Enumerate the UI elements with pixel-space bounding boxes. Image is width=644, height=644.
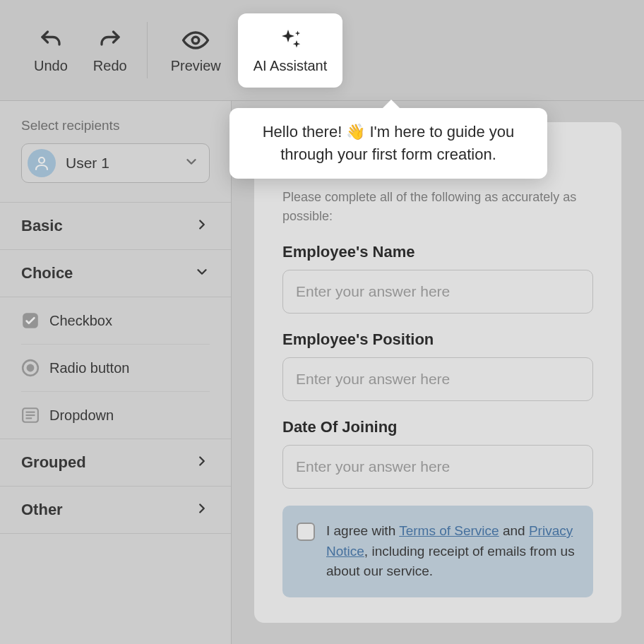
redo-icon [95, 27, 126, 54]
choice-checkbox-label: Checkbox [49, 313, 112, 329]
field-employee-name: Employee's Name [282, 243, 593, 314]
undo-button[interactable]: Undo [21, 0, 80, 100]
field-name-input[interactable] [282, 270, 593, 314]
field-date-joining: Date Of Joining [282, 418, 593, 489]
accordion-basic-title: Basic [21, 217, 63, 235]
user-avatar-icon [28, 149, 56, 177]
dropdown-icon [21, 406, 40, 424]
terms-link[interactable]: Terms of Service [399, 523, 499, 538]
ai-assistant-button[interactable]: AI Assistant [238, 13, 343, 88]
field-position-input[interactable] [282, 357, 593, 401]
ai-tooltip: Hello there! 👋 I'm here to guide you thr… [229, 108, 547, 179]
consent-text: I agree with Terms of Service and Privac… [326, 521, 579, 582]
preview-label: Preview [171, 58, 221, 74]
choice-radio-label: Radio button [49, 360, 129, 376]
field-date-input[interactable] [282, 445, 593, 489]
accordion-other[interactable]: Other [0, 486, 231, 534]
form-canvas: Onboarding Please complete all of the fo… [232, 101, 644, 644]
choice-checkbox-item[interactable]: Checkbox [21, 297, 210, 345]
consent-checkbox[interactable] [297, 523, 315, 541]
selected-user: User 1 [66, 155, 184, 172]
svg-point-1 [39, 157, 44, 163]
choice-dropdown-item[interactable]: Dropdown [21, 392, 210, 439]
radio-icon [21, 359, 40, 377]
recipients-section: Select recipients User 1 [0, 101, 231, 203]
field-position-label: Employee's Position [282, 330, 593, 349]
chevron-right-icon [194, 453, 210, 472]
redo-button[interactable]: Redo [80, 0, 140, 100]
accordion-choice[interactable]: Choice [0, 249, 231, 297]
svg-point-0 [192, 37, 199, 44]
recipients-label: Select recipients [21, 118, 210, 133]
chevron-down-icon [194, 264, 210, 282]
svg-point-4 [27, 364, 35, 372]
accordion-grouped[interactable]: Grouped [0, 439, 231, 487]
undo-label: Undo [34, 58, 68, 74]
form-subtitle: Please complete all of the following as … [282, 188, 593, 226]
top-toolbar: Undo Redo Preview AI Assistant [0, 0, 644, 101]
form-card: Onboarding Please complete all of the fo… [254, 122, 621, 623]
accordion-other-title: Other [21, 501, 63, 519]
choice-dropdown-label: Dropdown [49, 407, 114, 424]
checkbox-icon [21, 311, 40, 330]
ai-assistant-label: AI Assistant [254, 58, 328, 74]
choice-items-list: Checkbox Radio button Dropdown [0, 297, 231, 439]
undo-icon [35, 27, 66, 54]
field-employee-position: Employee's Position [282, 330, 593, 401]
chevron-down-icon [184, 154, 199, 172]
field-date-label: Date Of Joining [282, 418, 593, 436]
accordion-basic[interactable]: Basic [0, 202, 231, 250]
wave-emoji: 👋 [346, 123, 365, 141]
chevron-right-icon [194, 501, 210, 519]
consent-box: I agree with Terms of Service and Privac… [282, 506, 593, 597]
recipient-dropdown[interactable]: User 1 [21, 143, 210, 183]
accordion-grouped-title: Grouped [21, 453, 86, 472]
field-name-label: Employee's Name [282, 243, 593, 261]
sparkles-icon [275, 27, 306, 54]
preview-button[interactable]: Preview [158, 0, 234, 100]
accordion-choice-title: Choice [21, 264, 73, 282]
toolbar-divider [147, 22, 148, 78]
chevron-right-icon [194, 217, 210, 235]
redo-label: Redo [93, 58, 127, 74]
tooltip-text: Hello there! 👋 I'm here to guide you thr… [248, 121, 529, 166]
eye-icon [180, 27, 211, 54]
choice-radio-item[interactable]: Radio button [21, 345, 210, 392]
left-sidebar: Select recipients User 1 Basic Choice [0, 101, 232, 644]
